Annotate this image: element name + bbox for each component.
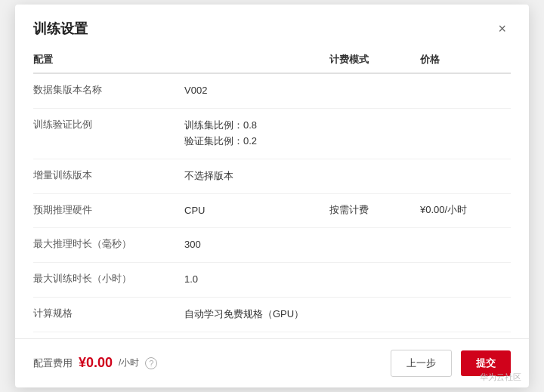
dialog: 训练设置 × 配置 计费模式 价格 数据集版本名称 V002 训练验证比例 训练…	[15, 5, 529, 387]
table-row: 计算规格 自动学习免费规格（GPU）	[33, 298, 511, 332]
row-value-5: 1.0	[184, 272, 329, 288]
row-label-5: 最大训练时长（小时）	[33, 272, 184, 286]
table-row: 训练验证比例 训练集比例：0.8 验证集比例：0.2	[33, 109, 511, 159]
footer-left: 配置费用 ¥0.00 /小时 ?	[33, 355, 157, 371]
header-config: 配置	[33, 53, 184, 66]
table-row: 最大训练时长（小时） 1.0	[33, 263, 511, 298]
row-label-0: 数据集版本名称	[33, 83, 184, 97]
cost-unit: /小时	[119, 357, 139, 369]
help-icon[interactable]: ?	[145, 357, 157, 369]
row-label-2: 增量训练版本	[33, 168, 184, 182]
header-price: 价格	[420, 53, 511, 66]
row-label-4: 最大推理时长（毫秒）	[33, 237, 184, 251]
cost-label: 配置费用	[33, 357, 73, 370]
row-label-1: 训练验证比例	[33, 118, 184, 131]
dialog-footer: 配置费用 ¥0.00 /小时 ? 上一步 提交	[15, 338, 529, 387]
row-value-6: 自动学习免费规格（GPU）	[184, 307, 329, 323]
watermark: 华为云社区	[480, 372, 521, 383]
row-value-0: V002	[184, 83, 329, 99]
header-empty	[184, 53, 329, 66]
dialog-body: 配置 计费模式 价格 数据集版本名称 V002 训练验证比例 训练集比例：0.8…	[15, 47, 529, 332]
row-label-3: 预期推理硬件	[33, 203, 184, 217]
cost-price: ¥0.00	[79, 355, 113, 371]
table-row: 增量训练版本 不选择版本	[33, 159, 511, 194]
table-row: 数据集版本名称 V002	[33, 74, 511, 109]
row-value-2: 不选择版本	[184, 168, 329, 184]
close-button[interactable]: ×	[493, 20, 511, 37]
row-billing-3: 按需计费	[329, 203, 420, 217]
table-row: 预期推理硬件 CPU 按需计费 ¥0.00/小时	[33, 194, 511, 229]
row-value-4: 300	[184, 237, 329, 253]
dialog-title: 训练设置	[33, 20, 88, 38]
table-row: 最大推理时长（毫秒） 300	[33, 228, 511, 263]
prev-button[interactable]: 上一步	[391, 350, 452, 377]
row-value-3: CPU	[184, 203, 329, 219]
row-price-3: ¥0.00/小时	[420, 203, 511, 217]
header-billing: 计费模式	[329, 53, 420, 66]
dialog-header: 训练设置 ×	[15, 5, 529, 47]
row-label-6: 计算规格	[33, 307, 184, 320]
table-header: 配置 计费模式 价格	[33, 47, 511, 74]
dialog-overlay: 训练设置 × 配置 计费模式 价格 数据集版本名称 V002 训练验证比例 训练…	[0, 0, 544, 392]
row-value-1: 训练集比例：0.8 验证集比例：0.2	[184, 118, 329, 150]
